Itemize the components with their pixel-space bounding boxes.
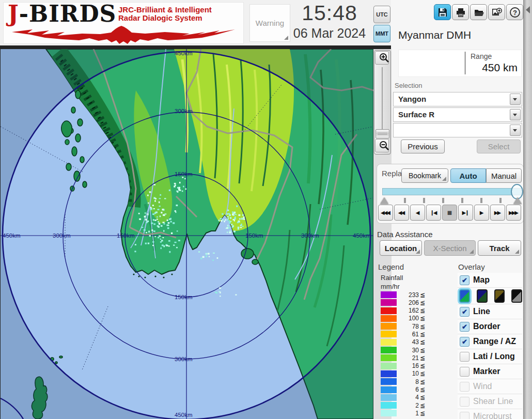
ring-label: 450km (175, 50, 193, 56)
help-button[interactable]: ? (506, 4, 523, 20)
clock-time: 15:48 (287, 1, 372, 25)
slider-tick (480, 198, 482, 203)
legend-value: 4 (397, 394, 420, 401)
map-style-swatch[interactable] (494, 289, 505, 303)
checkbox[interactable]: ✔ (460, 322, 470, 332)
print-button[interactable] (452, 4, 469, 20)
range-box: Range 450 km (398, 50, 522, 77)
echo-pixel (152, 205, 154, 206)
lte-symbol: ≦ (420, 291, 426, 299)
checkbox[interactable]: ✔ (460, 337, 470, 347)
playback-button-6[interactable]: ▶ (474, 205, 489, 221)
echo-pixel (145, 212, 146, 213)
ring-label: 450km (175, 412, 193, 418)
legend-value: 61 (397, 331, 420, 338)
select-button[interactable]: Select (477, 139, 521, 153)
playback-button-3[interactable]: ❙◀ (426, 205, 441, 221)
overlay-item-border[interactable]: ✔Border (458, 319, 522, 334)
playback-button-8[interactable]: ▶▶▶ (506, 205, 521, 221)
help-icon: ? (509, 7, 521, 18)
warning-button[interactable]: Warning (249, 4, 290, 42)
echo-pixel (234, 218, 236, 220)
map-style-swatch[interactable] (459, 289, 470, 303)
playback-button-4[interactable]: ■ (442, 205, 457, 221)
product-dropdown[interactable]: Surface R (393, 107, 522, 122)
overlay-item-microburst: Microburst (458, 409, 522, 419)
echo-pixel (158, 237, 159, 239)
overlay-item-range-az[interactable]: ✔Range / AZ (458, 334, 522, 349)
radar-map-canvas[interactable]: 450km300km150km150km300km450km450km300km… (1, 49, 373, 419)
add-image-button[interactable] (488, 4, 505, 20)
checkbox[interactable]: ✔ (460, 275, 470, 285)
playback-button-1[interactable]: ◀◀ (394, 205, 409, 221)
previous-button[interactable]: Previous (401, 139, 445, 153)
x-section-button[interactable]: X-Section (424, 240, 476, 256)
lte-symbol: ≦ (420, 323, 426, 330)
zoom-in-button[interactable] (375, 51, 389, 65)
legend-row: 100≦ (381, 315, 426, 322)
echo-pixel (227, 225, 229, 227)
playback-button-0[interactable]: ◀◀◀ (378, 205, 393, 221)
bookmark-button[interactable]: Bookmark (401, 168, 448, 183)
playback-button-7[interactable]: ▶▶ (490, 205, 505, 221)
site-dropdown[interactable]: Yangon (393, 92, 522, 106)
echo-pixel (237, 222, 239, 223)
echo-pixel (206, 255, 207, 257)
panel-splitter[interactable] (523, 0, 532, 419)
ring-label: 450km (3, 232, 21, 239)
legend-value: 6 (397, 386, 420, 393)
echo-pixel (146, 232, 147, 233)
zoom-slider-track[interactable] (382, 67, 383, 130)
overlay-item-line[interactable]: ✔Line (458, 304, 522, 319)
echo-pixel (173, 244, 175, 245)
map-style-swatch[interactable] (477, 289, 488, 303)
echo-pixel (178, 240, 180, 241)
echo-pixel (168, 245, 170, 246)
echo-pixel (158, 221, 159, 223)
legend-row: 1≦ (381, 410, 426, 416)
overlay-item-lati-long[interactable]: Lati / Long (458, 349, 522, 364)
tz-mmt-button[interactable]: MMT (373, 25, 390, 42)
zoom-slider-thumb[interactable] (375, 129, 389, 138)
elevation-dropdown[interactable] (393, 123, 522, 137)
open-folder-icon (474, 7, 484, 18)
map-style-swatches (458, 288, 522, 304)
map-style-swatch[interactable] (511, 289, 522, 303)
echo-pixel (152, 245, 154, 246)
playback-button-5[interactable]: ▶❙ (458, 205, 473, 221)
echo-pixel (138, 213, 140, 214)
auto-button[interactable]: Auto (450, 168, 486, 183)
echo-pixel (163, 214, 165, 216)
save-button[interactable] (434, 4, 451, 20)
overlay-item-wind: Wind (458, 379, 522, 394)
chevron-down-icon[interactable] (510, 94, 521, 105)
echo-pixel (239, 214, 241, 216)
ring-label: 150km (175, 171, 193, 177)
slider-end-marker[interactable] (513, 197, 522, 204)
legend-value: 233 (397, 291, 420, 299)
zoom-out-button[interactable] (375, 139, 389, 152)
tz-utc-button[interactable]: UTC (373, 6, 390, 23)
overlay-item-map[interactable]: ✔Map (458, 273, 522, 288)
radar-map[interactable]: 450km300km150km150km300km450km450km300km… (0, 49, 373, 419)
echo-pixel (232, 214, 233, 215)
track-button[interactable]: Track (478, 240, 521, 256)
slider-start-marker[interactable] (380, 197, 388, 204)
manual-button[interactable]: Manual (486, 168, 522, 183)
echo-pixel (173, 222, 175, 224)
checkbox[interactable] (460, 352, 470, 362)
legend-row: 162≦ (381, 307, 426, 314)
checkbox[interactable] (460, 367, 470, 377)
replay-slider-track[interactable] (382, 188, 522, 195)
chevron-down-icon[interactable] (510, 125, 521, 136)
legend-color-swatch (381, 299, 397, 306)
location-button[interactable]: Location (380, 240, 422, 256)
collapse-left-icon[interactable] (526, 6, 530, 13)
playback-button-2[interactable]: ◀ (410, 205, 425, 221)
logo-title: J-BIRDS (8, 1, 116, 27)
echo-pixel (171, 232, 173, 234)
overlay-item-marker[interactable]: Marker (458, 364, 522, 379)
chevron-down-icon[interactable] (510, 109, 521, 120)
open-folder-button[interactable] (470, 4, 487, 20)
checkbox[interactable]: ✔ (460, 307, 470, 317)
